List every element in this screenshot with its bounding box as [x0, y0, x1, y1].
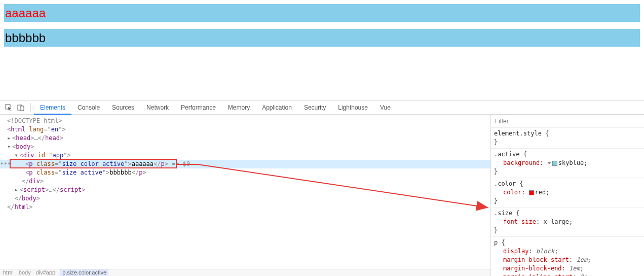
svg-rect-2 — [20, 106, 24, 111]
rule-size[interactable]: .size { font-size: x-large; } — [491, 208, 644, 237]
dom-line-doctype[interactable]: <!DOCTYPE html> — [0, 117, 490, 125]
inspect-icon[interactable] — [3, 102, 14, 113]
crumb-p-active[interactable]: p.size.color.active — [60, 269, 108, 276]
breadcrumb[interactable]: html body div#app p.size.color.active — [0, 269, 490, 276]
device-toggle-icon[interactable] — [15, 102, 26, 113]
rule-element-style[interactable]: element.style { } — [491, 128, 644, 149]
styles-filter-input[interactable] — [494, 117, 641, 125]
rule-active[interactable]: .active { background: skyblue; } — [491, 149, 644, 178]
crumb-html[interactable]: html — [3, 269, 14, 276]
chevron-right-icon[interactable] — [547, 162, 551, 164]
paragraph-b: bbbbbb — [4, 29, 640, 47]
crumb-div[interactable]: div#app — [36, 269, 56, 276]
color-swatch-icon[interactable] — [529, 190, 534, 195]
elements-tree-panel[interactable]: ••• <!DOCTYPE html> <html lang="en"> ▸<h… — [0, 115, 490, 276]
dom-line-html-close[interactable]: </html> — [0, 203, 490, 212]
dom-line-head[interactable]: ▸<head>…</head> — [0, 134, 490, 143]
tab-vue[interactable]: Vue — [374, 100, 397, 115]
styles-filter-row — [491, 115, 644, 128]
tab-network[interactable]: Network — [140, 100, 175, 115]
crumb-body[interactable]: body — [19, 269, 31, 276]
color-swatch-icon[interactable] — [552, 161, 557, 166]
dom-line-div-close[interactable]: </div> — [0, 177, 490, 186]
tab-memory[interactable]: Memory — [222, 100, 256, 115]
tab-divider — [30, 103, 31, 112]
rule-p-useragent[interactable]: p { display: block; margin-block-start: … — [491, 237, 644, 276]
rendered-page: aaaaaa bbbbbb — [0, 0, 644, 47]
tab-sources[interactable]: Sources — [106, 100, 140, 115]
row-actions-icon[interactable]: ••• — [0, 160, 6, 168]
rule-color[interactable]: .color { color: red; } — [491, 178, 644, 208]
dom-line-script[interactable]: ▸<script>…</script> — [0, 186, 490, 194]
tab-lighthouse[interactable]: Lighthouse — [332, 100, 374, 115]
dom-line-div-app-open[interactable]: ▾<div id="app"> — [0, 151, 490, 160]
tab-performance[interactable]: Performance — [175, 100, 222, 115]
dom-line-body-open[interactable]: ▾<body> — [0, 143, 490, 151]
tab-security[interactable]: Security — [298, 100, 332, 115]
tab-console[interactable]: Console — [71, 100, 106, 115]
dom-line-body-close[interactable]: </body> — [0, 194, 490, 203]
devtools-panel: Elements Console Sources Network Perform… — [0, 100, 644, 276]
tab-application[interactable]: Application — [256, 100, 298, 115]
devtools-tab-bar: Elements Console Sources Network Perform… — [0, 100, 644, 115]
dom-line-html-open[interactable]: <html lang="en"> — [0, 125, 490, 134]
tab-elements[interactable]: Elements — [34, 100, 71, 115]
paragraph-a: aaaaaa — [4, 4, 640, 22]
dom-line-p-second[interactable]: <p class="size active">bbbbbb</p> — [0, 168, 490, 177]
dom-line-p-selected[interactable]: <p class="size color active">aaaaaa</p> … — [0, 160, 490, 168]
styles-panel: Styles Computed Layout Event Listeners D… — [490, 115, 644, 276]
